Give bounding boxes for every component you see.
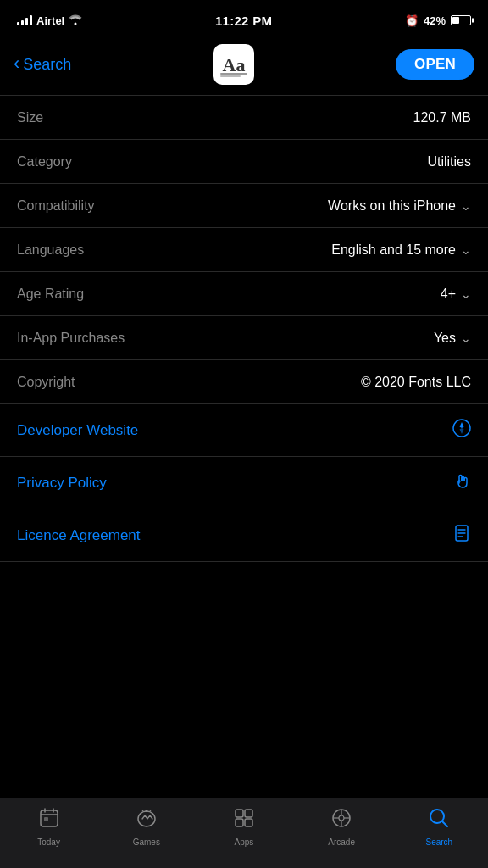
svg-line-29 — [442, 821, 447, 826]
copyright-value: © 2020 Fonts LLC — [361, 375, 471, 390]
svg-rect-21 — [245, 819, 252, 826]
apps-icon — [233, 807, 255, 834]
back-chevron-icon: ‹ — [14, 54, 19, 73]
arcade-icon — [330, 807, 352, 834]
content-area: Size 120.7 MB Category Utilities Compati… — [0, 96, 488, 638]
size-value: 120.7 MB — [413, 110, 471, 125]
svg-rect-3 — [220, 75, 241, 77]
tab-games-label: Games — [133, 837, 160, 847]
tab-games[interactable]: Games — [113, 807, 180, 847]
svg-rect-11 — [41, 810, 58, 826]
tab-bar: Today Games Apps — [0, 798, 488, 868]
nav-header: ‹ Search Aa OPEN — [0, 37, 488, 96]
age-rating-label: Age Rating — [17, 287, 84, 302]
svg-point-17 — [146, 810, 147, 812]
search-icon — [428, 807, 450, 834]
status-right: ⏰ 42% — [405, 14, 471, 27]
languages-value: English and 15 more ⌄ — [331, 242, 471, 258]
inapp-purchases-chevron-icon: ⌄ — [461, 331, 471, 345]
inapp-purchases-label: In-App Purchases — [17, 331, 125, 346]
games-icon — [136, 807, 158, 834]
app-icon: Aa — [214, 44, 254, 85]
tab-apps[interactable]: Apps — [210, 807, 278, 847]
tab-arcade[interactable]: Arcade — [308, 807, 375, 847]
status-time: 11:22 PM — [215, 14, 272, 28]
svg-marker-5 — [460, 422, 464, 428]
age-rating-value: 4+ ⌄ — [441, 287, 471, 302]
svg-rect-15 — [44, 817, 48, 821]
compatibility-chevron-icon: ⌄ — [461, 199, 471, 213]
licence-agreement-row[interactable]: Licence Agreement — [0, 509, 488, 562]
inapp-purchases-value: Yes ⌄ — [434, 331, 471, 346]
back-label: Search — [23, 56, 71, 74]
svg-point-23 — [339, 815, 344, 821]
info-list: Size 120.7 MB Category Utilities Compati… — [0, 96, 488, 404]
signal-icon — [17, 15, 32, 25]
compatibility-label: Compatibility — [17, 198, 95, 214]
tab-apps-label: Apps — [235, 837, 254, 847]
languages-chevron-icon: ⌄ — [461, 243, 471, 257]
app-icon-text: Aa — [215, 46, 252, 83]
languages-row[interactable]: Languages English and 15 more ⌄ — [0, 228, 488, 272]
category-value: Utilities — [427, 154, 471, 170]
link-list: Developer Website Privacy Policy Lic — [0, 404, 488, 562]
back-button[interactable]: ‹ Search — [14, 56, 71, 74]
status-bar: Airtel 11:22 PM ⏰ 42% — [0, 0, 488, 37]
tab-search[interactable]: Search — [405, 807, 473, 847]
size-row: Size 120.7 MB — [0, 96, 488, 140]
age-rating-row[interactable]: Age Rating 4+ ⌄ — [0, 272, 488, 316]
open-button[interactable]: OPEN — [396, 49, 474, 80]
category-row: Category Utilities — [0, 140, 488, 184]
svg-rect-20 — [236, 819, 243, 826]
developer-website-label: Developer Website — [17, 422, 138, 439]
svg-rect-19 — [245, 810, 252, 817]
svg-rect-18 — [236, 810, 243, 817]
carrier-name: Airtel — [36, 14, 64, 27]
tab-arcade-label: Arcade — [328, 837, 355, 847]
size-label: Size — [17, 110, 43, 125]
copyright-label: Copyright — [17, 375, 75, 390]
privacy-policy-row[interactable]: Privacy Policy — [0, 457, 488, 509]
document-icon — [452, 524, 471, 547]
battery-icon — [451, 15, 471, 25]
alarm-icon: ⏰ — [405, 14, 419, 27]
svg-marker-6 — [460, 428, 464, 434]
hand-icon — [452, 471, 471, 494]
compass-icon — [452, 419, 471, 442]
svg-rect-2 — [220, 73, 247, 75]
today-icon — [38, 807, 60, 834]
svg-text:Aa: Aa — [222, 54, 245, 75]
age-rating-chevron-icon: ⌄ — [461, 287, 471, 301]
copyright-row: Copyright © 2020 Fonts LLC — [0, 360, 488, 404]
tab-search-label: Search — [426, 837, 453, 847]
languages-label: Languages — [17, 242, 84, 258]
compatibility-row[interactable]: Compatibility Works on this iPhone ⌄ — [0, 184, 488, 228]
wifi-icon — [69, 14, 82, 27]
inapp-purchases-row[interactable]: In-App Purchases Yes ⌄ — [0, 316, 488, 360]
status-left: Airtel — [17, 14, 82, 27]
tab-today-label: Today — [37, 837, 60, 847]
licence-agreement-label: Licence Agreement — [17, 527, 141, 544]
privacy-policy-label: Privacy Policy — [17, 475, 107, 492]
category-label: Category — [17, 154, 72, 170]
tab-today[interactable]: Today — [15, 807, 83, 847]
compatibility-value: Works on this iPhone ⌄ — [328, 198, 471, 214]
developer-website-row[interactable]: Developer Website — [0, 404, 488, 457]
battery-percent: 42% — [424, 14, 446, 27]
